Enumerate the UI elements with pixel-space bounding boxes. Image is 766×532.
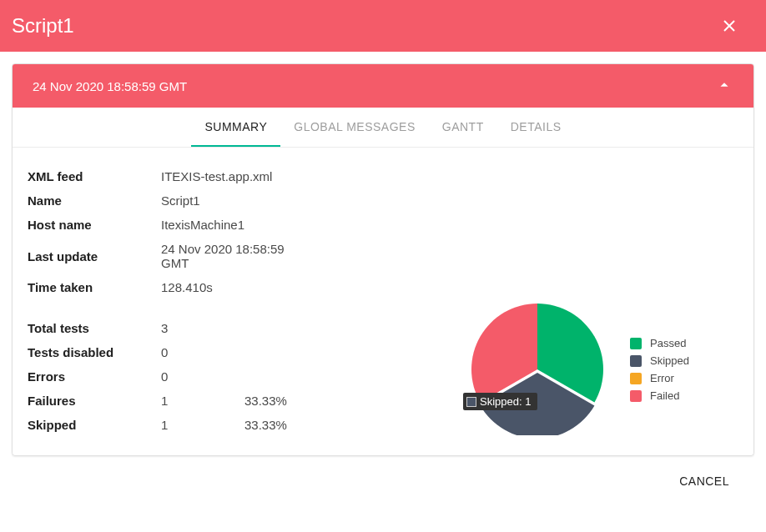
value-host: ItexisMachine1 xyxy=(161,213,311,237)
row-host: Host name ItexisMachine1 xyxy=(28,213,311,237)
legend-item: Error xyxy=(630,372,689,384)
dialog-title: Script1 xyxy=(12,14,74,38)
value-skipped: 1 xyxy=(161,413,244,437)
row-time-taken: Time taken 128.410s xyxy=(28,275,311,299)
legend-swatch xyxy=(630,355,642,367)
value-total-tests: 3 xyxy=(161,299,244,340)
panel-timestamp: 24 Nov 2020 18:58:59 GMT xyxy=(33,79,187,93)
chart-tooltip: Skipped: 1 xyxy=(463,393,537,410)
dialog-header: Script1 xyxy=(0,0,766,52)
info-column: XML feed ITEXIS-test.app.xml Name Script… xyxy=(28,164,471,437)
pct-failures: 33.33% xyxy=(244,389,311,413)
legend-swatch xyxy=(630,390,642,402)
label-host: Host name xyxy=(28,213,161,237)
label-total-tests: Total tests xyxy=(28,299,161,340)
result-panel: 24 Nov 2020 18:58:59 GMT SUMMARY GLOBAL … xyxy=(12,63,754,456)
row-skipped: Skipped 1 33.33% xyxy=(28,413,311,437)
tooltip-label: Skipped: 1 xyxy=(480,395,531,408)
label-tests-disabled: Tests disabled xyxy=(28,340,161,364)
legend-item: Failed xyxy=(630,389,689,402)
dialog-content: 24 Nov 2020 18:58:59 GMT SUMMARY GLOBAL … xyxy=(0,52,766,499)
row-total-tests: Total tests 3 xyxy=(28,299,311,340)
row-errors: Errors 0 xyxy=(28,364,311,389)
label-name: Name xyxy=(28,188,161,213)
legend-item: Passed xyxy=(630,337,689,349)
tab-summary[interactable]: SUMMARY xyxy=(191,108,280,147)
label-time-taken: Time taken xyxy=(28,275,161,299)
panel-header[interactable]: 24 Nov 2020 18:58:59 GMT xyxy=(13,64,753,108)
pct-skipped: 33.33% xyxy=(244,413,311,437)
label-failures: Failures xyxy=(28,389,161,413)
value-last-update: 24 Nov 2020 18:58:59 GMT xyxy=(161,237,311,275)
tab-global-messages[interactable]: GLOBAL MESSAGES xyxy=(280,108,428,147)
legend-swatch xyxy=(630,338,642,349)
tab-details[interactable]: DETAILS xyxy=(497,108,575,147)
pie-chart: Skipped: 1 xyxy=(471,304,603,435)
value-errors: 0 xyxy=(161,364,244,389)
close-icon xyxy=(723,20,735,32)
label-errors: Errors xyxy=(28,364,161,389)
cancel-button[interactable]: CANCEL xyxy=(679,474,729,488)
tab-gantt[interactable]: GANTT xyxy=(429,108,497,147)
value-failures: 1 xyxy=(161,389,244,413)
close-button[interactable] xyxy=(719,16,739,36)
row-tests-disabled: Tests disabled 0 xyxy=(28,340,311,364)
legend-swatch xyxy=(630,373,642,384)
chevron-up-icon xyxy=(715,76,733,97)
legend-label: Skipped xyxy=(650,354,689,367)
legend-item: Skipped xyxy=(630,354,689,367)
tooltip-swatch xyxy=(466,397,476,407)
label-last-update: Last update xyxy=(28,237,161,275)
legend-label: Error xyxy=(650,372,674,384)
legend-label: Passed xyxy=(650,337,686,349)
row-xml-feed: XML feed ITEXIS-test.app.xml xyxy=(28,164,311,188)
label-skipped: Skipped xyxy=(28,413,161,437)
row-name: Name Script1 xyxy=(28,188,311,213)
chart-column: Skipped: 1 PassedSkippedErrorFailed xyxy=(471,302,738,437)
row-last-update: Last update 24 Nov 2020 18:58:59 GMT xyxy=(28,237,311,275)
value-time-taken: 128.410s xyxy=(161,275,311,299)
value-tests-disabled: 0 xyxy=(161,340,244,364)
row-failures: Failures 1 33.33% xyxy=(28,389,311,413)
dialog-footer: CANCEL xyxy=(12,456,754,488)
panel-body: XML feed ITEXIS-test.app.xml Name Script… xyxy=(13,148,753,455)
value-xml-feed: ITEXIS-test.app.xml xyxy=(161,164,311,188)
tab-bar: SUMMARY GLOBAL MESSAGES GANTT DETAILS xyxy=(13,108,753,148)
info-table: XML feed ITEXIS-test.app.xml Name Script… xyxy=(28,164,311,437)
chart-legend: PassedSkippedErrorFailed xyxy=(630,337,689,402)
legend-label: Failed xyxy=(650,389,679,402)
label-xml-feed: XML feed xyxy=(28,164,161,188)
value-name: Script1 xyxy=(161,188,311,213)
